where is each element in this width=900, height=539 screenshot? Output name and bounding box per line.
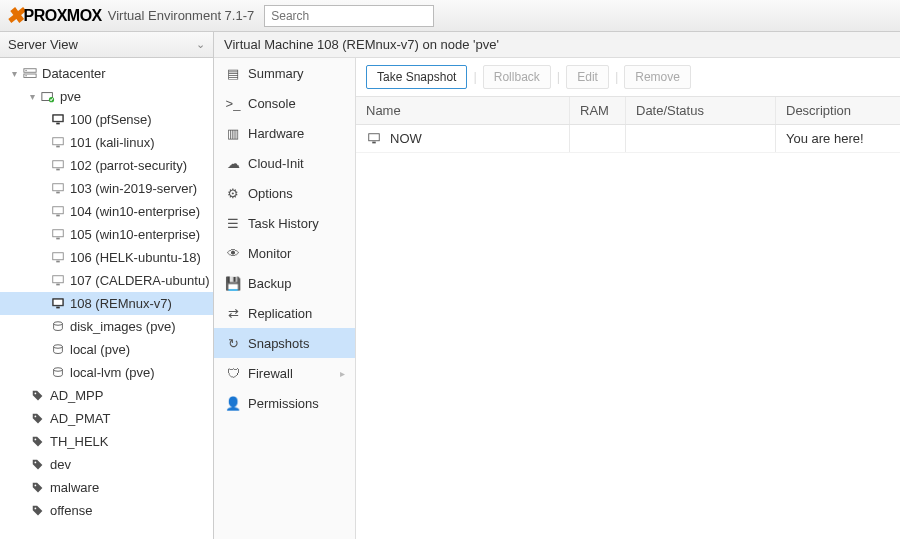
svg-rect-18 [56, 237, 60, 239]
col-date[interactable]: Date/Status [626, 97, 776, 124]
resource-tree: ▾ Datacenter ▾ pve 100 (pfSense) 101 (ka… [0, 58, 213, 526]
tree-vm[interactable]: 106 (HELK-ubuntu-18) [0, 246, 213, 269]
tree-vm[interactable]: 101 (kali-linux) [0, 131, 213, 154]
svg-rect-9 [53, 137, 64, 144]
tree-tag[interactable]: dev [0, 453, 213, 476]
svg-rect-7 [54, 115, 63, 120]
monitor-icon [50, 136, 66, 150]
nav-summary[interactable]: ▤Summary [214, 58, 355, 88]
monitor-icon [50, 182, 66, 196]
cell-date [626, 125, 776, 152]
edit-button[interactable]: Edit [566, 65, 609, 89]
tree-tag[interactable]: malware [0, 476, 213, 499]
eye-icon: 👁 [224, 246, 242, 261]
server-view-dropdown[interactable]: Server View ⌄ [0, 32, 213, 58]
server-icon [22, 67, 38, 81]
tree-label: offense [50, 503, 92, 518]
cloud-icon: ☁ [224, 156, 242, 171]
nav-console[interactable]: >_Console [214, 88, 355, 118]
monitor-icon [50, 228, 66, 242]
tree-storage[interactable]: disk_images (pve) [0, 315, 213, 338]
tree-label: local-lvm (pve) [70, 365, 155, 380]
nav-label: Permissions [248, 396, 319, 411]
table-row[interactable]: NOW You are here! [356, 125, 900, 153]
remove-button[interactable]: Remove [624, 65, 691, 89]
chip-icon: ▥ [224, 126, 242, 141]
tree-storage[interactable]: local-lvm (pve) [0, 361, 213, 384]
tag-icon [30, 412, 46, 426]
svg-rect-17 [53, 229, 64, 236]
disk-icon [50, 343, 66, 357]
nav-backup[interactable]: 💾Backup [214, 268, 355, 298]
svg-rect-21 [53, 275, 64, 282]
monitor-icon [366, 132, 382, 146]
tree-datacenter[interactable]: ▾ Datacenter [0, 62, 213, 85]
svg-point-32 [35, 461, 37, 463]
nav-snapshots[interactable]: ↻Snapshots [214, 328, 355, 358]
col-ram[interactable]: RAM [570, 97, 626, 124]
tree-vm[interactable]: 100 (pfSense) [0, 108, 213, 131]
snapshot-toolbar: Take Snapshot | Rollback | Edit | Remove [356, 58, 900, 96]
nav-hardware[interactable]: ▥Hardware [214, 118, 355, 148]
tree-vm[interactable]: 102 (parrot-security) [0, 154, 213, 177]
svg-rect-12 [56, 168, 60, 170]
col-name[interactable]: Name [356, 97, 570, 124]
tree-vm-selected[interactable]: 108 (REMnux-v7) [0, 292, 213, 315]
config-nav: ▤Summary >_Console ▥Hardware ☁Cloud-Init… [214, 58, 356, 539]
collapse-icon[interactable]: ▾ [30, 91, 40, 102]
tree-tag[interactable]: AD_MPP [0, 384, 213, 407]
svg-point-34 [35, 507, 37, 509]
tag-icon [30, 504, 46, 518]
table-header: Name RAM Date/Status Description [356, 97, 900, 125]
page-title: Virtual Machine 108 (REMnux-v7) on node … [214, 32, 900, 58]
nav-task-history[interactable]: ☰Task History [214, 208, 355, 238]
cell-desc: You are here! [776, 125, 900, 152]
tree-vm[interactable]: 103 (win-2019-server) [0, 177, 213, 200]
collapse-icon[interactable]: ▾ [12, 68, 22, 79]
tree-storage[interactable]: local (pve) [0, 338, 213, 361]
nav-permissions[interactable]: 👤Permissions [214, 388, 355, 418]
nav-monitor[interactable]: 👁Monitor [214, 238, 355, 268]
disk-icon [50, 366, 66, 380]
col-desc[interactable]: Description [776, 97, 900, 124]
server-view-panel: Server View ⌄ ▾ Datacenter ▾ pve 100 (pf… [0, 32, 214, 539]
nav-label: Backup [248, 276, 291, 291]
tree-tag[interactable]: TH_HELK [0, 430, 213, 453]
svg-point-28 [54, 367, 63, 371]
tree-tag[interactable]: offense [0, 499, 213, 522]
history-icon: ↻ [224, 336, 242, 351]
monitor-icon [50, 297, 66, 311]
tree-tag[interactable]: AD_PMAT [0, 407, 213, 430]
svg-rect-36 [372, 141, 376, 143]
tree-label: 103 (win-2019-server) [70, 181, 197, 196]
tree-node-pve[interactable]: ▾ pve [0, 85, 213, 108]
tree-label: pve [60, 89, 81, 104]
separator: | [557, 69, 560, 84]
tree-vm[interactable]: 104 (win10-enterprise) [0, 200, 213, 223]
search-input[interactable] [264, 5, 434, 27]
nav-firewall[interactable]: 🛡Firewall▸ [214, 358, 355, 388]
tree-label: dev [50, 457, 71, 472]
tree-label: malware [50, 480, 99, 495]
svg-rect-13 [53, 183, 64, 190]
nav-label: Replication [248, 306, 312, 321]
rollback-button[interactable]: Rollback [483, 65, 551, 89]
nav-label: Snapshots [248, 336, 309, 351]
tree-vm[interactable]: 105 (win10-enterprise) [0, 223, 213, 246]
shield-icon: 🛡 [224, 366, 242, 381]
nav-replication[interactable]: ⇄Replication [214, 298, 355, 328]
monitor-icon [50, 251, 66, 265]
nav-options[interactable]: ⚙Options [214, 178, 355, 208]
nav-label: Monitor [248, 246, 291, 261]
svg-point-33 [35, 484, 37, 486]
cell-ram [570, 125, 626, 152]
gear-icon: ⚙ [224, 186, 242, 201]
tree-vm[interactable]: 107 (CALDERA-ubuntu) [0, 269, 213, 292]
nav-cloudinit[interactable]: ☁Cloud-Init [214, 148, 355, 178]
monitor-icon [50, 274, 66, 288]
take-snapshot-button[interactable]: Take Snapshot [366, 65, 467, 89]
proxmox-logo: ✖ PROXMOX [6, 3, 102, 29]
tag-icon [30, 481, 46, 495]
cell-name: NOW [356, 125, 570, 152]
tree-label: 106 (HELK-ubuntu-18) [70, 250, 201, 265]
